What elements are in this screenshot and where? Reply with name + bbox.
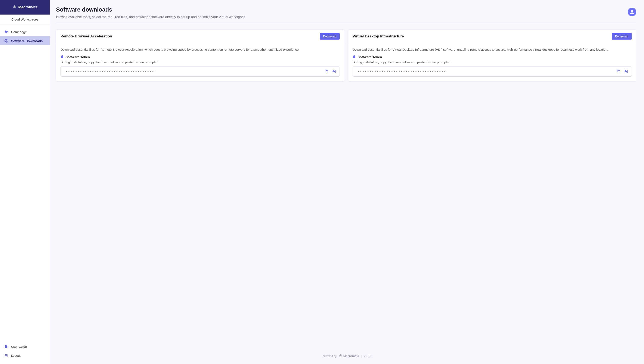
download-button[interactable]: Download [612, 33, 632, 40]
card-header: Remote Browser Acceleration Download [56, 30, 344, 43]
lock-open-icon [352, 55, 356, 59]
eye-off-icon [332, 69, 336, 74]
brand-name: Macrometa [18, 5, 38, 10]
card-body: Download essential files for Virtual Des… [348, 43, 636, 81]
logout-icon [4, 354, 8, 358]
footer-powered-by: powered by [323, 354, 336, 358]
footer-separator: | [361, 354, 362, 358]
copy-token-button[interactable] [324, 69, 329, 75]
sidebar: Macrometa Cloud Workspaces Homepage Soft… [0, 0, 50, 364]
sidebar-item-label: User Guide [11, 345, 27, 348]
sidebar-item-label: Logout [11, 354, 20, 357]
copy-icon [617, 70, 620, 74]
sidebar-item-user-guide[interactable]: User Guide [0, 342, 50, 351]
page-header: Software downloads Browse available tool… [56, 6, 636, 24]
footer: powered by Macrometa | v1.0.0 [50, 350, 644, 364]
sidebar-item-homepage[interactable]: Homepage [0, 27, 50, 36]
card-description: Download essential files for Virtual Des… [352, 47, 632, 52]
token-heading-text: Software Token [66, 55, 90, 59]
workspace-label: Cloud Workspaces [0, 14, 50, 24]
card-body: Download essential files for Remote Brow… [56, 43, 344, 81]
card-title: Remote Browser Acceleration [60, 34, 112, 38]
token-instruction: During installation, copy the token belo… [60, 60, 340, 64]
token-value: ••••••••••••••••••••••••••••••••••••••••… [358, 70, 614, 73]
sidebar-item-label: Software Downloads [11, 39, 43, 43]
toggle-visibility-button[interactable] [624, 68, 629, 75]
book-icon [4, 345, 8, 348]
user-icon [629, 9, 635, 15]
avatar[interactable] [628, 8, 636, 16]
divider [56, 24, 636, 24]
page-title: Software downloads [56, 6, 246, 13]
lock-open-icon [60, 55, 64, 59]
sidebar-nav: Homepage Software Downloads [0, 24, 50, 342]
copy-token-button[interactable] [616, 69, 621, 75]
sidebar-item-label: Homepage [11, 30, 27, 34]
svg-point-1 [631, 10, 633, 12]
page-subtitle: Browse available tools, select the requi… [56, 15, 246, 19]
cards-grid: Remote Browser Acceleration Download Dow… [56, 30, 636, 82]
token-field: ••••••••••••••••••••••••••••••••••••••••… [352, 66, 632, 76]
main-area: Software downloads Browse available tool… [50, 0, 644, 364]
eye-off-icon [624, 69, 628, 74]
sidebar-item-software-downloads[interactable]: Software Downloads [0, 36, 50, 45]
devices-icon [4, 39, 8, 43]
token-heading: Software Token [352, 55, 632, 59]
card-virtual-desktop-infrastructure: Virtual Desktop Infrastructure Download … [348, 30, 636, 82]
content: Software downloads Browse available tool… [50, 0, 644, 350]
plug-icon [4, 30, 8, 34]
sidebar-bottom: User Guide Logout [0, 342, 50, 364]
toggle-visibility-button[interactable] [332, 68, 337, 75]
token-heading: Software Token [60, 55, 340, 59]
token-field: ••••••••••••••••••••••••••••••••••••••••… [60, 66, 340, 76]
brand-header: Macrometa [0, 0, 50, 14]
card-header: Virtual Desktop Infrastructure Download [348, 30, 636, 43]
footer-version: v1.0.0 [364, 354, 372, 358]
brand-logo-icon [339, 354, 342, 358]
copy-icon [325, 70, 328, 74]
brand-logo-icon [12, 5, 17, 10]
sidebar-item-logout[interactable]: Logout [0, 351, 50, 360]
download-button[interactable]: Download [320, 33, 340, 40]
card-remote-browser-acceleration: Remote Browser Acceleration Download Dow… [56, 30, 344, 82]
token-heading-text: Software Token [358, 55, 382, 59]
card-title: Virtual Desktop Infrastructure [352, 34, 404, 38]
token-value: ••••••••••••••••••••••••••••••••••••••••… [66, 70, 322, 73]
token-instruction: During installation, copy the token belo… [352, 60, 632, 64]
footer-brand-name: Macrometa [344, 354, 359, 358]
footer-brand: Macrometa [339, 354, 359, 358]
card-description: Download essential files for Remote Brow… [60, 47, 340, 52]
